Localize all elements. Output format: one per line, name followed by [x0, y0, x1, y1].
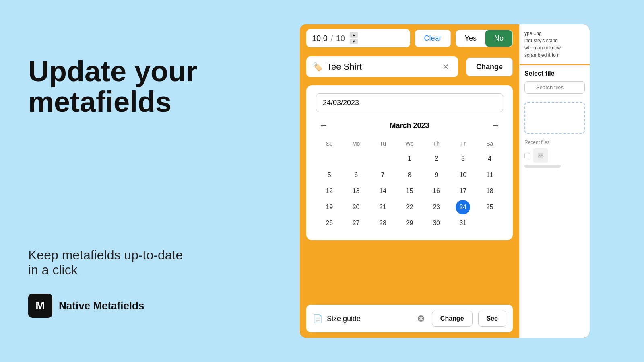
cal-day-11[interactable]: 11	[483, 168, 497, 182]
cal-day-8[interactable]: 8	[402, 168, 417, 182]
yes-no-group: Yes No	[456, 30, 513, 47]
stepper-up[interactable]: ▲	[350, 32, 358, 38]
recent-files-label: Recent files	[524, 140, 585, 145]
mockup-main: 10,0 / 10 ▲ ▼ Clear Yes No	[300, 24, 519, 338]
cal-day-empty	[376, 152, 390, 166]
cal-day-empty	[322, 152, 336, 166]
cal-day-30[interactable]: 30	[429, 216, 444, 230]
calendar-month-label: March 2023	[390, 121, 429, 130]
file-clear-button[interactable]	[417, 315, 425, 322]
cal-day-19[interactable]: 19	[322, 200, 336, 214]
cal-day-23[interactable]: 23	[429, 200, 444, 214]
cal-week-1: 1 2 3 4	[316, 152, 503, 166]
tag-icon: 🏷️	[313, 62, 323, 72]
cal-day-24[interactable]: 24	[456, 200, 470, 214]
cal-day-31[interactable]: 31	[456, 216, 470, 230]
sidebar-top-text: ype...ngindustry's standwhen an unknowsc…	[520, 24, 590, 65]
day-header-sa: Sa	[477, 139, 503, 148]
cal-day-10[interactable]: 10	[456, 168, 470, 182]
file-drop-area[interactable]	[524, 102, 585, 134]
stepper-down[interactable]: ▼	[350, 39, 358, 44]
cal-day-14[interactable]: 14	[376, 184, 390, 198]
top-bar: 10,0 / 10 ▲ ▼ Clear Yes No	[300, 24, 519, 52]
yes-button[interactable]: Yes	[456, 30, 485, 47]
bottom-row: 📄 Size guide Change See	[300, 301, 519, 338]
logo-text: Native Metafields	[59, 300, 144, 312]
cal-day-22[interactable]: 22	[402, 200, 417, 214]
day-header-tu: Tu	[369, 139, 396, 148]
cal-day-12[interactable]: 12	[322, 184, 336, 198]
cal-day-26[interactable]: 26	[322, 216, 336, 230]
headline: Update your metafields	[28, 56, 229, 117]
recent-file-thumb	[533, 148, 548, 163]
day-header-su: Su	[316, 139, 343, 148]
cal-day-25[interactable]: 25	[483, 200, 497, 214]
cal-day-3[interactable]: 3	[456, 152, 470, 166]
tag-clear-button[interactable]: ✕	[440, 61, 452, 72]
recent-file-item	[524, 148, 585, 163]
search-wrapper: 🔍	[524, 81, 585, 98]
calendar-nav: ← March 2023 →	[316, 119, 503, 132]
subtitle: Keep metafields up-to-datein a click	[28, 248, 229, 278]
cal-day-18[interactable]: 18	[483, 184, 497, 198]
mockup-window: 10,0 / 10 ▲ ▼ Clear Yes No	[300, 24, 590, 338]
number-value: 10,0	[312, 34, 328, 43]
cal-day-9[interactable]: 9	[429, 168, 444, 182]
cal-day-21[interactable]: 21	[376, 200, 390, 214]
right-panel: 10,0 / 10 ▲ ▼ Clear Yes No	[258, 0, 644, 362]
calendar-section: ← March 2023 → Su Mo Tu We Th Fr Sa	[300, 81, 519, 301]
cal-day-2[interactable]: 2	[429, 152, 444, 166]
clear-button[interactable]: Clear	[415, 30, 451, 47]
tag-label: Tee Shirt	[327, 62, 436, 72]
number-max: 10	[336, 34, 345, 43]
stepper[interactable]: ▲ ▼	[350, 32, 358, 44]
date-input[interactable]	[316, 93, 503, 112]
day-header-th: Th	[423, 139, 450, 148]
file-icon: 📄	[313, 314, 323, 323]
sidebar-content: Select file 🔍 Recent files	[520, 65, 590, 338]
cal-day-1[interactable]: 1	[402, 152, 417, 166]
recent-file-bar	[524, 165, 561, 168]
cal-day-5[interactable]: 5	[322, 168, 336, 182]
mockup-sidebar: ype...ngindustry's standwhen an unknowsc…	[519, 24, 590, 338]
cal-day-15[interactable]: 15	[402, 184, 417, 198]
cal-day-6[interactable]: 6	[349, 168, 363, 182]
day-header-mo: Mo	[343, 139, 369, 148]
cal-day-13[interactable]: 13	[349, 184, 363, 198]
no-button[interactable]: No	[485, 30, 512, 47]
tag-change-button[interactable]: Change	[466, 58, 513, 76]
calendar-grid: Su Mo Tu We Th Fr Sa	[316, 139, 503, 230]
cal-day-16[interactable]: 16	[429, 184, 444, 198]
cal-day-29[interactable]: 29	[402, 216, 417, 230]
cal-day-empty	[483, 216, 497, 230]
file-see-button[interactable]: See	[478, 311, 506, 327]
cal-day-4[interactable]: 4	[483, 152, 497, 166]
recent-file-checkbox[interactable]	[524, 153, 530, 158]
number-divider: /	[331, 34, 333, 43]
cal-day-27[interactable]: 27	[349, 216, 363, 230]
search-files-input[interactable]	[524, 81, 585, 94]
number-input-row: 10,0 / 10 ▲ ▼	[306, 29, 410, 47]
logo-area: M Native Metafields	[28, 294, 229, 318]
cal-day-28[interactable]: 28	[376, 216, 390, 230]
cal-week-5: 26 27 28 29 30 31	[316, 216, 503, 230]
left-panel: Update your metafields Keep metafields u…	[0, 0, 258, 362]
tag-row: 🏷️ Tee Shirt ✕ Change	[300, 52, 519, 81]
file-change-button[interactable]: Change	[432, 311, 473, 327]
cal-day-empty	[349, 152, 363, 166]
cal-week-4: 19 20 21 22 23 24 25	[316, 200, 503, 214]
next-month-button[interactable]: →	[488, 119, 503, 132]
calendar-header-row: Su Mo Tu We Th Fr Sa	[316, 139, 503, 148]
cal-day-20[interactable]: 20	[349, 200, 363, 214]
file-label: Size guide	[327, 315, 413, 323]
cal-day-17[interactable]: 17	[456, 184, 470, 198]
select-file-label: Select file	[524, 70, 585, 77]
cal-day-7[interactable]: 7	[376, 168, 390, 182]
day-header-we: We	[396, 139, 423, 148]
day-header-fr: Fr	[450, 139, 476, 148]
file-row-card: 📄 Size guide Change See	[306, 305, 513, 332]
tag-input-container: 🏷️ Tee Shirt ✕	[306, 56, 458, 77]
logo-icon: M	[28, 294, 52, 318]
calendar-card: ← March 2023 → Su Mo Tu We Th Fr Sa	[306, 85, 513, 240]
prev-month-button[interactable]: ←	[316, 119, 331, 132]
